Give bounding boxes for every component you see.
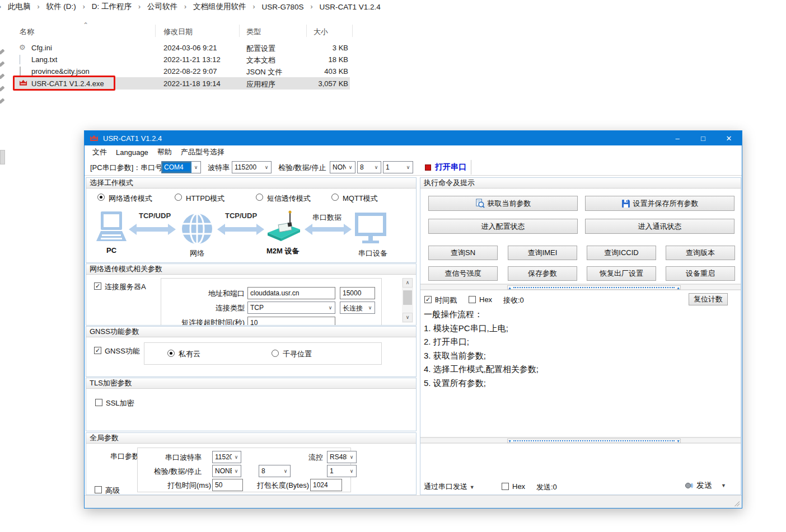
breadcrumb-drive-d[interactable]: 软件 (D:) [44, 1, 78, 13]
checkbox-label[interactable]: 高级 [105, 486, 120, 495]
radio-mqtt[interactable] [331, 194, 339, 201]
recv-hex-checkbox[interactable] [469, 296, 476, 303]
query-version-button[interactable]: 查询版本 [666, 246, 735, 260]
set-save-all-button[interactable]: 设置并保存所有参数 [585, 196, 734, 211]
pack-length-input[interactable]: 1024 [310, 479, 342, 491]
checkbox-label[interactable]: SSL加密 [106, 398, 134, 408]
reboot-button[interactable]: 设备重启 [666, 266, 735, 281]
send-button[interactable]: 发送 ▼ [685, 481, 726, 491]
enter-comm-button[interactable]: 进入通讯状态 [585, 219, 734, 234]
checkbox-label[interactable]: 连接服务器A [105, 282, 146, 292]
short-conn-timeout-input[interactable]: 10 [247, 317, 335, 326]
stopbits-select[interactable]: 1∨ [383, 161, 413, 173]
radio-private-cloud[interactable] [167, 350, 175, 357]
close-button[interactable]: ✕ [716, 131, 742, 145]
com-port-select[interactable]: COM4∨ [161, 161, 201, 173]
breadcrumb-company-folder[interactable]: 公司软件 [145, 1, 180, 13]
flow-control-select[interactable]: RS485∨ [327, 451, 357, 463]
resize-grip-icon[interactable] [734, 501, 740, 506]
breadcrumb-work-folder[interactable]: D: 工作程序 [90, 1, 134, 13]
radio-label[interactable]: HTTPD模式 [186, 194, 224, 204]
radio-label[interactable]: 私有云 [179, 349, 200, 359]
server-a-checkbox[interactable]: ✓ [94, 283, 101, 290]
splitter-horizontal[interactable]: ▲▲ [420, 284, 741, 290]
breadcrumb-usr-cat1[interactable]: USR-CAT1 V1.2.4 [317, 2, 383, 12]
gnss-enable-checkbox[interactable]: ✓ [94, 347, 101, 354]
server-address-input[interactable]: clouddata.usr.cn [247, 287, 335, 299]
collapse-up-icon[interactable]: ▲ [676, 286, 680, 290]
splitter-horizontal[interactable]: ▼▼ [420, 437, 741, 444]
column-header-modified[interactable]: 修改日期 [163, 27, 193, 37]
query-sn-button[interactable]: 查询SN [428, 246, 498, 260]
scrollbar-fragment[interactable] [0, 150, 5, 164]
send-via-dropdown[interactable]: 通过串口发送 ▼ [424, 482, 475, 492]
global-parity-select[interactable]: NONE∨ [212, 465, 241, 477]
title-bar[interactable]: USR-CAT1 V1.2.4 – □ ✕ [85, 131, 742, 145]
column-header-type[interactable]: 类型 [246, 27, 261, 37]
keepalive-select[interactable]: 长连接∨ [340, 302, 375, 314]
radio-label[interactable]: 短信透传模式 [267, 194, 311, 204]
get-params-button[interactable]: 获取当前参数 [428, 196, 578, 211]
file-row[interactable]: ⚙ Cfg.ini 2024-03-06 9:21 配置设置 3 KB [14, 42, 350, 54]
reset-count-button[interactable]: 复位计数 [689, 293, 728, 305]
send-hex-checkbox[interactable] [502, 483, 509, 490]
scroll-up-icon[interactable]: ∧ [403, 278, 413, 288]
globe-icon [181, 213, 213, 247]
column-divider [306, 25, 307, 37]
radio-label[interactable]: 网络透传模式 [109, 194, 152, 204]
query-signal-button[interactable]: 查信号强度 [428, 266, 498, 281]
query-iccid-button[interactable]: 查询ICCID [587, 246, 656, 260]
breadcrumb-usr-g780s[interactable]: USR-G780S [260, 2, 306, 12]
checkbox-label[interactable]: GNSS功能 [105, 346, 140, 356]
open-serial-button[interactable]: 打开串口 [425, 161, 466, 174]
checkbox-label[interactable]: Hex [479, 295, 492, 304]
menu-help[interactable]: 帮助 [153, 146, 176, 158]
enter-config-button[interactable]: 进入配置状态 [428, 219, 578, 234]
server-port-input[interactable]: 15000 [340, 287, 375, 299]
net-scrollbar[interactable]: ∧ ∨ [402, 278, 413, 323]
ssl-checkbox[interactable] [95, 399, 102, 406]
pack-time-input[interactable]: 50 [212, 479, 243, 491]
checkbox-label[interactable]: Hex [512, 482, 525, 491]
work-mode-group: 选择工作模式 网络透传模式 HTTPD模式 短信透传模式 MQTT模式 PC T… [86, 177, 417, 263]
receive-log-area[interactable]: 一般操作流程： 1. 模块连PC串口,上电; 2. 打开串口; 3. 获取当前参… [422, 308, 740, 436]
scroll-thumb[interactable] [403, 290, 412, 305]
minimize-button[interactable]: – [665, 131, 690, 145]
column-header-name[interactable]: 名称 [20, 27, 34, 37]
serial-baud-select[interactable]: 115200∨ [212, 451, 241, 463]
save-params-button[interactable]: 保存参数 [508, 266, 577, 281]
collapse-up-icon[interactable]: ▲ [508, 286, 512, 290]
scroll-down-icon[interactable]: ∨ [403, 313, 413, 322]
breadcrumb-docs-folder[interactable]: 文档组使用软件 [191, 1, 249, 13]
global-stopbits-select[interactable]: 1∨ [327, 465, 357, 477]
timestamp-checkbox[interactable]: ✓ [424, 296, 432, 303]
query-imei-button[interactable]: 查询IMEI [508, 246, 577, 260]
menu-file[interactable]: 文件 [88, 146, 111, 158]
menu-language[interactable]: Language [111, 147, 153, 158]
factory-reset-button[interactable]: 恢复出厂设置 [587, 266, 656, 281]
radio-label[interactable]: 千寻位置 [283, 349, 312, 359]
radio-label[interactable]: MQTT模式 [343, 194, 378, 204]
checkbox-label[interactable]: 时间戳 [435, 295, 457, 305]
radio-qianxun[interactable] [272, 350, 279, 357]
parity-select[interactable]: NONI∨ [330, 161, 355, 173]
collapse-down-icon[interactable]: ▼ [508, 439, 512, 443]
chevron-down-icon: ∨ [347, 465, 356, 477]
conn-type-select[interactable]: TCP∨ [247, 302, 335, 314]
menu-product-model[interactable]: 产品型号选择 [176, 146, 229, 158]
column-header-size[interactable]: 大小 [314, 27, 328, 37]
radio-net-transparent[interactable] [97, 194, 105, 201]
maximize-button[interactable]: □ [690, 131, 716, 145]
send-input-area[interactable] [422, 445, 740, 477]
radio-sms[interactable] [256, 194, 263, 201]
databits-select[interactable]: 8∨ [357, 161, 381, 173]
chevron-down-icon[interactable]: ▼ [721, 483, 726, 488]
global-params-group: 全局参数 串口参数 串口波特率 115200∨ 流控 RS485∨ 检验/数据/… [86, 432, 417, 495]
file-row[interactable]: Lang.txt 2022-11-21 13:12 文本文档 18 KB [14, 54, 350, 65]
breadcrumb-this-pc[interactable]: 此电脑 [6, 1, 33, 13]
advanced-checkbox[interactable] [95, 486, 102, 493]
radio-httpd[interactable] [175, 194, 182, 201]
global-databits-select[interactable]: 8∨ [259, 465, 291, 477]
baud-select[interactable]: 115200∨ [232, 161, 272, 173]
collapse-down-icon[interactable]: ▼ [676, 439, 680, 443]
